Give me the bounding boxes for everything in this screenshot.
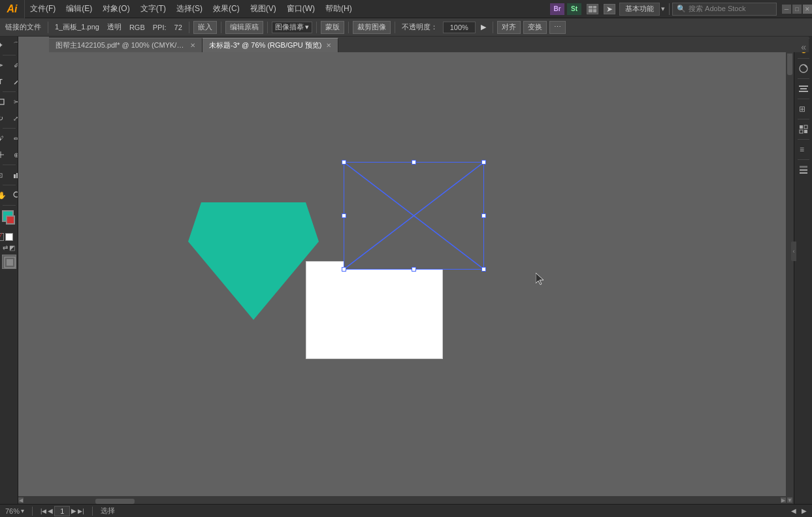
- gradient-swatch-icon[interactable]: [14, 233, 19, 241]
- transform-button[interactable]: 变换: [523, 21, 547, 34]
- column-chart-tool[interactable]: [9, 167, 18, 183]
- menu-view[interactable]: 视图(V): [245, 0, 282, 18]
- transform-panel-icon[interactable]: ⊞: [796, 102, 811, 116]
- edit-original-button[interactable]: 编辑原稿: [225, 21, 263, 34]
- last-page-icon[interactable]: ▶|: [78, 508, 84, 514]
- scroll-right-arrow[interactable]: ▶: [781, 497, 786, 503]
- blend-tool-btn[interactable]: ⊕: [9, 147, 18, 163]
- menu-edit[interactable]: 编辑(E): [61, 0, 97, 18]
- pencil-tool[interactable]: ✏: [9, 131, 18, 146]
- handle-bm[interactable]: [412, 267, 416, 272]
- pen-tool[interactable]: ✒: [0, 57, 8, 73]
- lasso-tool[interactable]: ⌒: [9, 37, 18, 53]
- ai-logo: Ai: [0, 0, 25, 18]
- workspace-selector[interactable]: 基本功能: [619, 3, 660, 16]
- swap-colors-icon[interactable]: ⇄: [3, 244, 8, 251]
- line-tool[interactable]: [9, 74, 18, 89]
- minimize-button[interactable]: ─: [782, 5, 791, 14]
- symbol-tool-btn[interactable]: ⊡: [0, 167, 8, 183]
- white-swatch-icon[interactable]: [5, 233, 13, 241]
- prev-page-icon[interactable]: ◀: [48, 507, 53, 514]
- mesh-tool-btn[interactable]: [0, 147, 8, 163]
- stock-icon[interactable]: St: [567, 3, 581, 15]
- handle-mr[interactable]: [481, 213, 486, 218]
- opacity-more[interactable]: ▶: [478, 23, 489, 31]
- properties-toolbar: 链接的文件 1_画板_1.png 透明 RGB PPI: 72 嵌入 编辑原稿 …: [0, 18, 812, 37]
- svg-rect-41: [800, 166, 807, 168]
- tab-0[interactable]: 图帮主1422105.pdf* @ 100% (CMYK/GPU 预览) ✕: [49, 38, 203, 52]
- tab-1-close[interactable]: ✕: [326, 42, 331, 49]
- handle-tr[interactable]: [481, 160, 486, 164]
- scissors-tool[interactable]: ✂: [9, 94, 18, 110]
- more-options-button[interactable]: ⋯: [549, 21, 566, 34]
- artboard-icon-btn[interactable]: [2, 255, 16, 269]
- svg-marker-48: [536, 273, 544, 285]
- scrollbar-right-thumb[interactable]: [787, 55, 792, 75]
- stock-search-label: 搜索 Adobe Stock: [689, 4, 745, 14]
- menu-window[interactable]: 窗口(W): [282, 0, 320, 18]
- rotate-tool[interactable]: ↻: [0, 110, 8, 126]
- paintbrush-tool[interactable]: 🖌: [0, 131, 8, 146]
- properties-icon[interactable]: ≡: [796, 142, 811, 157]
- hand-tool-btn[interactable]: ✋: [0, 187, 8, 203]
- crop-button[interactable]: 裁剪图像: [353, 21, 391, 34]
- svg-marker-44: [188, 202, 319, 320]
- zoom-down-arrow[interactable]: ▾: [21, 507, 24, 514]
- layers-icon[interactable]: [796, 163, 811, 177]
- window-controls: ─ □ ✕: [777, 5, 812, 14]
- menu-effect[interactable]: 效果(C): [208, 0, 245, 18]
- appearance-panel-icon[interactable]: [796, 61, 811, 76]
- scroll-down-arrow[interactable]: ▼: [787, 497, 792, 503]
- scrollbar-bottom-thumb[interactable]: [95, 499, 135, 504]
- stroke-color-swatch[interactable]: [6, 215, 15, 225]
- rect-tool[interactable]: [0, 94, 8, 110]
- handle-tm[interactable]: [412, 160, 416, 164]
- scrollbar-right[interactable]: ▲ ▼: [786, 52, 794, 504]
- tab-1[interactable]: 未标题-3* @ 76% (RGB/GPU 预览) ✕: [203, 38, 338, 52]
- stock-search-bar[interactable]: 🔍 搜索 Adobe Stock: [672, 3, 777, 16]
- handle-br[interactable]: [481, 267, 486, 272]
- svg-text:✋: ✋: [0, 191, 5, 200]
- opacity-input[interactable]: [443, 22, 476, 33]
- bridge-icon[interactable]: Br: [550, 3, 564, 15]
- template-button[interactable]: 蒙版: [321, 21, 344, 34]
- next-page-icon[interactable]: ▶: [71, 507, 76, 514]
- left-toolbar: ✦ ⌒ ✒ ✐ T ✂ ↻ ⤢: [0, 18, 18, 504]
- type-tool[interactable]: T: [0, 74, 8, 89]
- maximize-button[interactable]: □: [792, 5, 802, 14]
- handle-tl[interactable]: [342, 160, 346, 164]
- image-trace-dropdown[interactable]: 图像描摹 ▾: [272, 22, 312, 33]
- status-right-arrow[interactable]: ▶: [802, 507, 807, 514]
- menu-text[interactable]: 文字(T): [135, 0, 171, 18]
- align-panel-icon[interactable]: [796, 82, 811, 96]
- align-button[interactable]: 对齐: [497, 21, 521, 34]
- tab-0-close[interactable]: ✕: [190, 42, 195, 49]
- scroll-left-arrow[interactable]: ◀: [18, 497, 24, 503]
- svg-rect-36: [800, 125, 803, 129]
- menu-file[interactable]: 文件(F): [25, 0, 61, 18]
- svg-rect-18: [14, 174, 16, 178]
- none-color-icon[interactable]: ╱: [0, 233, 4, 241]
- image-trace-icon[interactable]: [796, 122, 811, 136]
- first-page-icon[interactable]: |◀: [41, 508, 46, 514]
- embed-button[interactable]: 嵌入: [193, 21, 217, 34]
- close-button[interactable]: ✕: [803, 5, 812, 14]
- handle-ml[interactable]: [342, 213, 346, 218]
- scale-tool-btn[interactable]: ⤢: [9, 110, 18, 126]
- right-panel-collapse[interactable]: ‹: [791, 242, 796, 261]
- status-left-arrow[interactable]: ◀: [791, 507, 796, 514]
- white-rect[interactable]: [306, 261, 443, 359]
- menu-help[interactable]: 帮助(H): [320, 0, 357, 18]
- zoom-tool-btn[interactable]: [9, 187, 18, 203]
- page-input[interactable]: [54, 506, 70, 516]
- image-placeholder[interactable]: [344, 162, 484, 270]
- panel-collapse-icon[interactable]: «: [798, 42, 809, 52]
- handle-bl[interactable]: [342, 267, 346, 272]
- menu-select[interactable]: 选择(S): [171, 0, 208, 18]
- teal-shape[interactable]: [188, 202, 319, 320]
- menu-object[interactable]: 对象(O): [97, 0, 135, 18]
- default-colors-icon[interactable]: ◩: [9, 244, 15, 251]
- scrollbar-bottom[interactable]: ◀ ▶: [18, 496, 786, 504]
- magic-wand-tool[interactable]: ✦: [0, 37, 8, 53]
- anchor-tool[interactable]: ✐: [9, 57, 18, 73]
